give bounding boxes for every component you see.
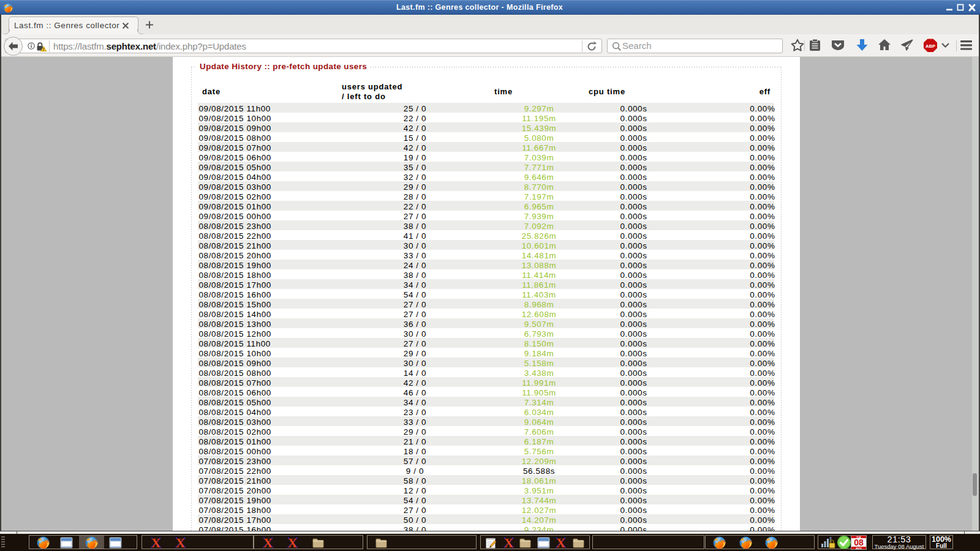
svg-text:AUG: AUG	[856, 547, 861, 550]
svg-text:08: 08	[854, 538, 864, 547]
svg-text:X: X	[263, 536, 272, 549]
svg-text:X: X	[287, 536, 296, 549]
svg-text:X: X	[151, 536, 160, 549]
svg-text:X: X	[175, 536, 184, 549]
svg-text:X: X	[503, 536, 513, 549]
svg-text:X: X	[556, 536, 565, 549]
